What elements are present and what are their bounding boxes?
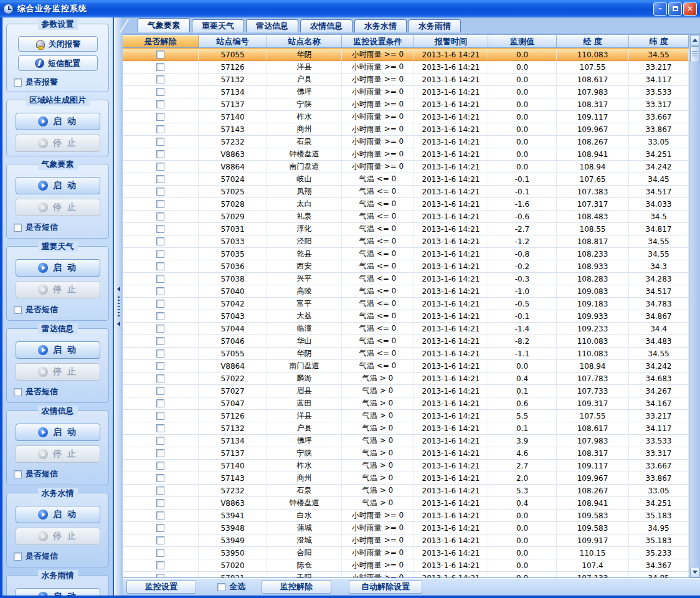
release-checkbox[interactable] [156,275,164,283]
sms-enable-checkbox[interactable] [14,388,22,396]
alarm-enable-checkbox[interactable] [14,78,22,87]
release-checkbox[interactable] [156,212,164,221]
release-checkbox[interactable] [156,113,164,121]
table-row[interactable]: 57033泾阳气温 <= 02013-1-6 14:21-1.2108.8173… [123,235,689,248]
table-row[interactable]: 57029礼泉气温 <= 02013-1-6 14:21-0.6108.4833… [123,211,689,223]
release-checkbox-cell[interactable] [123,323,199,335]
release-checkbox-cell[interactable] [123,173,199,185]
start-button[interactable]: 启 动 [16,177,100,194]
sms-enable-checkbox[interactable] [14,224,22,232]
release-checkbox[interactable] [156,300,164,308]
close-button[interactable]: ✕ [683,2,697,16]
release-checkbox[interactable] [156,349,164,358]
release-checkbox-cell[interactable] [123,572,199,577]
table-row[interactable]: 57137宁陕小时雨量 >= 02013-1-6 14:210.0108.317… [123,98,689,111]
table-row[interactable]: 57042富平气温 <= 02013-1-6 14:21-0.5109.1833… [123,298,689,310]
release-checkbox[interactable] [156,424,164,432]
table-row[interactable]: 57038兴平气温 <= 02013-1-6 14:21-0.3108.2833… [123,273,689,285]
table-row[interactable]: 57132户县气温 > 02013-1-6 14:210.1108.61734.… [123,422,689,435]
collapse-left-icon[interactable] [117,321,120,326]
table-row[interactable]: 57027眉县气温 > 02013-1-6 14:210.1107.73334.… [123,385,689,397]
scroll-up-button[interactable] [690,35,699,45]
release-checkbox[interactable] [156,536,164,544]
table-row[interactable]: V8863钟楼盘道小时雨量 >= 02013-1-6 14:210.0108.9… [123,148,689,161]
release-checkbox[interactable] [156,462,164,470]
release-checkbox[interactable] [156,337,164,345]
release-checkbox[interactable] [156,499,164,507]
release-checkbox-cell[interactable] [123,547,199,559]
release-checkbox-cell[interactable] [123,559,199,571]
scrollbar-track[interactable] [689,63,700,567]
table-row[interactable]: 57025凤翔气温 <= 02013-1-6 14:21-0.1107.3833… [123,186,689,198]
table-row[interactable]: 57028太白气温 <= 02013-1-6 14:21-1.6107.3173… [123,198,689,211]
release-checkbox[interactable] [156,437,164,445]
sms-enable-checkbox[interactable] [14,470,22,478]
release-checkbox[interactable] [156,325,164,333]
start-button[interactable]: 启 动 [16,113,100,130]
release-checkbox[interactable] [156,163,164,171]
release-checkbox-cell[interactable] [123,61,199,73]
table-row[interactable]: 57040高陵气温 <= 02013-1-6 14:21-1.0109.0833… [123,285,689,298]
tab-气象要素[interactable]: 气象要素 [138,18,190,32]
release-checkbox[interactable] [156,225,164,233]
release-checkbox-cell[interactable] [123,98,199,110]
release-checkbox-cell[interactable] [123,198,199,210]
maximize-button[interactable] [668,2,682,16]
stop-button[interactable]: 停 止 [16,281,100,298]
release-checkbox-cell[interactable] [123,335,199,347]
table-row[interactable]: 57143商州气温 > 02013-1-6 14:212.0109.96733.… [123,472,689,485]
release-checkbox-cell[interactable] [123,235,199,247]
collapse-left-icon[interactable] [117,287,120,292]
table-row[interactable]: 57232石泉气温 > 02013-1-6 14:215.3108.26733.… [123,485,689,497]
release-checkbox-cell[interactable] [123,148,199,160]
release-checkbox-cell[interactable] [123,223,199,235]
stop-button[interactable]: 停 止 [16,445,100,463]
release-checkbox[interactable] [156,262,164,270]
release-checkbox-cell[interactable] [123,285,199,297]
release-checkbox-cell[interactable] [123,397,199,409]
release-checkbox[interactable] [156,486,164,495]
stop-button[interactable]: 停 止 [16,199,100,216]
release-checkbox-cell[interactable] [123,161,199,173]
sms-enable-checkbox[interactable] [14,553,22,561]
table-row[interactable]: V8864南门盘道小时雨量 >= 02013-1-6 14:210.0108.9… [123,161,689,173]
table-row[interactable]: 57024岐山气温 <= 02013-1-6 14:21-0.1107.6534… [123,173,689,186]
release-checkbox-cell[interactable] [123,248,199,260]
release-checkbox[interactable] [156,138,164,146]
release-checkbox[interactable] [156,50,164,59]
select-all-checkbox[interactable] [217,583,225,591]
scroll-down-button[interactable] [690,567,699,577]
release-checkbox[interactable] [156,150,164,158]
release-checkbox-cell[interactable] [123,123,199,135]
tab-重要天气[interactable]: 重要天气 [192,19,244,32]
table-row[interactable]: 57055华阴小时雨量 >= 02013-1-6 14:210.0110.083… [123,48,689,61]
release-checkbox[interactable] [156,549,164,557]
release-checkbox-cell[interactable] [123,447,199,459]
scrollbar-thumb[interactable] [690,46,699,62]
start-button[interactable]: 启 动 [16,341,100,359]
release-checkbox-cell[interactable] [123,74,199,85]
release-checkbox-cell[interactable] [123,360,199,372]
table-row[interactable]: V8863钟楼盘道气温 > 02013-1-6 14:210.4108.9413… [123,497,689,510]
table-row[interactable]: 53950合阳小时雨量 >= 02013-1-6 14:210.0110.153… [123,547,689,559]
column-header-监测值[interactable]: 监测值 [488,35,557,48]
release-checkbox[interactable] [156,387,164,395]
tab-水务水情[interactable]: 水务水情 [354,19,407,32]
column-header-监控设置条件[interactable]: 监控设置条件 [342,35,414,48]
release-checkbox[interactable] [156,524,164,532]
column-header-站点编号[interactable]: 站点编号 [199,35,267,48]
table-row[interactable]: 57020陈仓小时雨量 >= 02013-1-6 14:210.0107.434… [123,559,689,572]
start-button[interactable]: 启 动 [16,424,100,441]
release-checkbox[interactable] [156,412,164,420]
table-row[interactable]: 57036西安气温 <= 02013-1-6 14:21-0.2108.9333… [123,260,689,273]
release-checkbox-cell[interactable] [123,136,199,148]
vertical-scrollbar[interactable] [689,35,700,577]
release-checkbox-cell[interactable] [123,310,199,322]
start-button[interactable]: 启 动 [16,506,100,523]
start-button[interactable]: 启 动 [16,259,100,277]
release-checkbox-cell[interactable] [123,273,199,285]
table-row[interactable]: 53949澄城小时雨量 >= 02013-1-6 14:210.0109.917… [123,534,689,547]
release-checkbox[interactable] [156,287,164,295]
splitter-grip[interactable] [118,297,120,316]
table-row[interactable]: 57035乾县气温 <= 02013-1-6 14:21-0.8108.2333… [123,248,689,260]
